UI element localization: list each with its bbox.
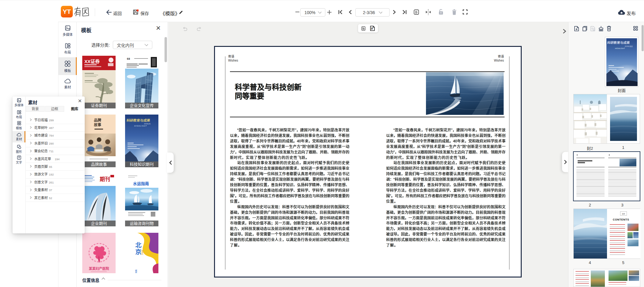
svg-text:#: # <box>371 27 373 30</box>
